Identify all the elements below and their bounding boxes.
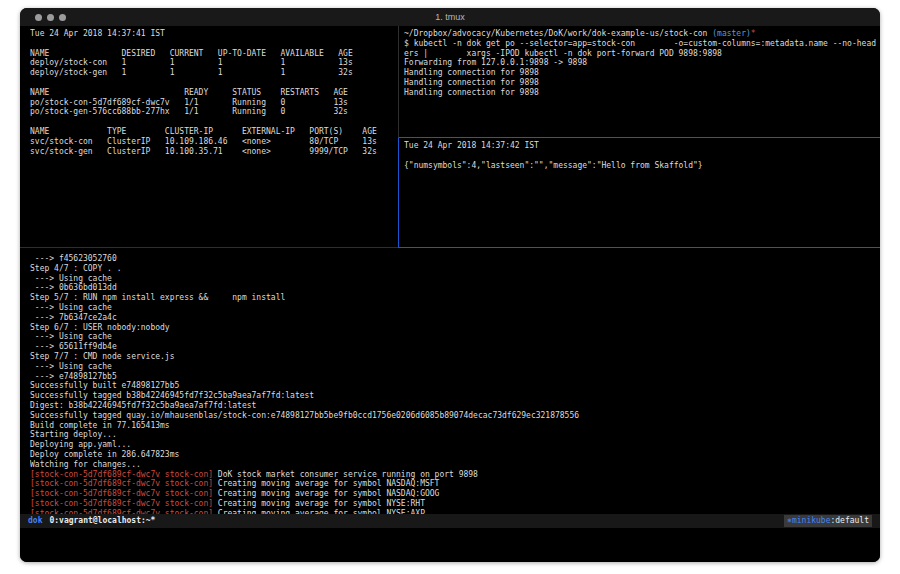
build-log-line: ---> 0b636bd013dd [30,283,878,293]
pane-divider[interactable] [20,247,880,248]
pane-service-response[interactable]: Tue 24 Apr 2018 14:37:42 IST {"numsymbol… [398,138,880,247]
pane-port-forward[interactable]: ~/Dropbox/advocacy/Kubernetes/DoK/work/d… [398,26,880,138]
shell-prompt-path: ~/Dropbox/advocacy/Kubernetes/DoK/work/d… [404,29,878,39]
pod-table-row: po/stock-con-5d7df689cf-dwc7v 1/1 Runnin… [30,98,394,108]
pod-table-row: po/stock-gen-576cc688bb-277hx 1/1 Runnin… [30,107,394,117]
deploy-table-row: deploy/stock-gen 1 1 1 1 32s [30,68,394,78]
pod-log-line: [stock-con-5d7df689cf-dwc7v stock-con] C… [30,499,878,509]
pod-log-prefix: [stock-con-5d7df689cf-dwc7v stock-con] [30,479,218,488]
window-list-item[interactable]: 0:vagrant@localhost:~* [49,516,155,526]
pod-log-message: Creating moving average for symbol NASDA… [218,479,440,488]
build-log-line: ---> e74898127bb5 [30,372,878,382]
blank-line [30,78,394,88]
blank-line [404,151,878,161]
tmux-terminal: Tue 24 Apr 2018 14:37:41 IST NAME DESIRE… [20,26,880,562]
svc-table-row: svc/stock-gen ClusterIP 10.100.35.71 <no… [30,147,394,157]
pane-skaffold-build-log[interactable]: ---> f45623052760 Step 4/7 : COPY . . --… [20,248,880,514]
kube-context-chip: ⎈ minikube :default [784,515,872,527]
build-log-line: Successfully tagged quay.io/mhausenblas/… [30,411,878,421]
terminal-window: 1. tmux Tue 24 Apr 2018 14:37:41 IST NAM… [20,8,880,562]
build-log-line: Deploying app.yaml... [30,440,878,450]
output-line: Forwarding from 127.0.0.1:9898 -> 9898 [404,58,878,68]
svc-table-row: svc/stock-con ClusterIP 10.109.186.46 <n… [30,137,394,147]
build-log-line: Step 5/7 : RUN npm install express && np… [30,293,878,303]
json-response: {"numsymbols":4,"lastseen":"","message":… [404,161,878,171]
build-log-line: Successfully tagged b38b42246945fd7f32c5… [30,391,878,401]
build-log-line: Starting deploy... [30,430,878,440]
timestamp: Tue 24 Apr 2018 14:37:41 IST [30,29,394,39]
pod-log-message: DoK stock market consumer service runnin… [218,470,478,479]
pod-log-prefix: [stock-con-5d7df689cf-dwc7v stock-con] [30,509,218,514]
pane-kubectl-watch[interactable]: Tue 24 Apr 2018 14:37:41 IST NAME DESIRE… [20,26,398,247]
build-log-line: ---> 7b6347ce2a4c [30,313,878,323]
build-log-line: ---> Using cache [30,362,878,372]
blank-line [30,39,394,49]
build-log-line: Step 7/7 : CMD node service.js [30,352,878,362]
build-log-line: ---> Using cache [30,332,878,342]
build-log-line: Successfully built e74898127bb5 [30,381,878,391]
svc-table-header: NAME TYPE CLUSTER-IP EXTERNAL-IP PORT(S)… [30,127,394,137]
build-log-line: Step 4/7 : COPY . . [30,264,878,274]
build-log-line: Build complete in 77.165413ms [30,421,878,431]
build-log-line: Watching for changes... [30,460,878,470]
git-dirty-marker: * [751,29,756,38]
pod-log-line: [stock-con-5d7df689cf-dwc7v stock-con] D… [30,470,878,480]
command-line: $ kubectl -n dok get po --selector=app=s… [404,39,878,49]
pod-log-message: Creating moving average for symbol NASDA… [218,489,440,498]
timestamp: Tue 24 Apr 2018 14:37:42 IST [404,141,878,151]
deploy-table-header: NAME DESIRED CURRENT UP-TO-DATE AVAILABL… [30,49,394,59]
output-line: Handling connection for 9898 [404,68,878,78]
cwd-text: ~/Dropbox/advocacy/Kubernetes/DoK/work/d… [404,29,712,38]
build-log-line: ---> Using cache [30,274,878,284]
git-branch: (master) [712,29,751,38]
output-line: Handling connection for 9898 [404,88,878,98]
pod-log-prefix: [stock-con-5d7df689cf-dwc7v stock-con] [30,470,218,479]
pod-table-header: NAME READY STATUS RESTARTS AGE [30,88,394,98]
output-line: Handling connection for 9898 [404,78,878,88]
right-pane-column: ~/Dropbox/advocacy/Kubernetes/DoK/work/d… [398,26,880,247]
build-log-line: Deploy complete in 286.647823ms [30,450,878,460]
build-log-line: ---> Using cache [30,303,878,313]
pane-divider-active [398,247,880,248]
blank-line [30,117,394,127]
pane-divider-inactive [20,247,398,248]
command-line: ers | xargs -IPOD kubectl -n dok port-fo… [404,49,878,59]
pod-log-prefix: [stock-con-5d7df689cf-dwc7v stock-con] [30,489,218,498]
desktop-background: 1. tmux Tue 24 Apr 2018 14:37:41 IST NAM… [0,0,900,574]
pod-log-line: [stock-con-5d7df689cf-dwc7v stock-con] C… [30,489,878,499]
build-log-line: ---> f45623052760 [30,254,878,264]
build-log-line: ---> 65611ff9db4e [30,342,878,352]
top-pane-row: Tue 24 Apr 2018 14:37:41 IST NAME DESIRE… [20,26,880,247]
pod-log-message: Creating moving average for symbol NYSE:… [218,499,425,508]
titlebar[interactable]: 1. tmux [20,8,880,26]
kube-context-name: minikube [792,516,831,526]
pod-log-message: Creating moving average for symbol NYSE:… [218,509,425,514]
deploy-table-row: deploy/stock-con 1 1 1 1 13s [30,58,394,68]
pod-log-line: [stock-con-5d7df689cf-dwc7v stock-con] C… [30,479,878,489]
build-log-line: Digest: b38b42246945fd7f32c5ba9aea7af7fd… [30,401,878,411]
build-log-line: Step 6/7 : USER nobody:nobody [30,323,878,333]
pod-log-prefix: [stock-con-5d7df689cf-dwc7v stock-con] [30,499,218,508]
window-title: 1. tmux [20,12,880,22]
kube-namespace: :default [830,516,869,526]
session-name: dok [28,516,42,526]
tmux-status-bar: dok 0:vagrant@localhost:~* ⎈ minikube :d… [20,514,880,528]
